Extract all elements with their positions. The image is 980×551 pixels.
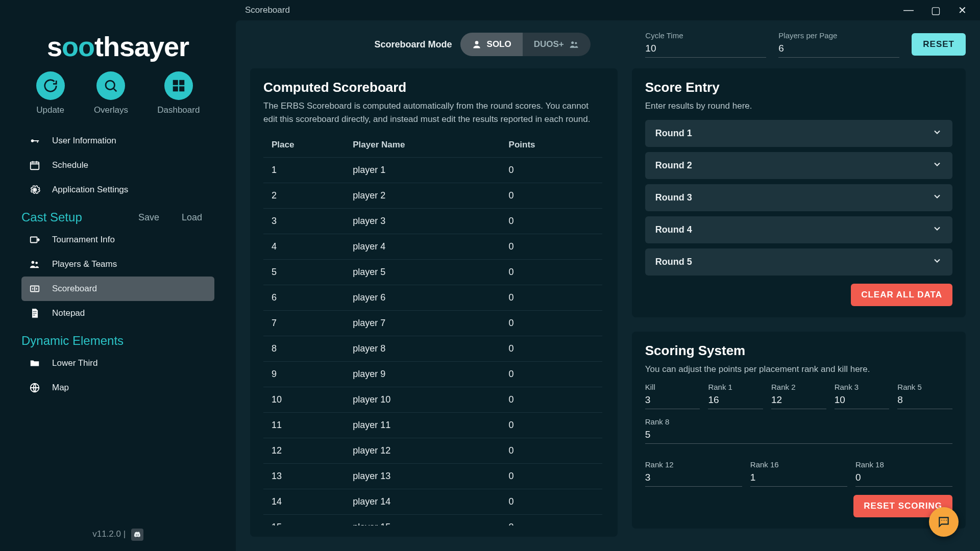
scoring-input[interactable] xyxy=(708,392,763,409)
svg-point-12 xyxy=(35,262,38,264)
computed-scoreboard-desc: The ERBS Scoreboard is computed automati… xyxy=(263,99,604,126)
scoring-field: Rank 5 xyxy=(897,383,952,409)
overlays-button[interactable]: Overlays xyxy=(94,71,128,115)
col-player-name: Player Name xyxy=(345,133,500,158)
computed-scoreboard-title: Computed Scoreboard xyxy=(263,80,604,95)
scoring-field: Rank 12 xyxy=(645,460,742,487)
feedback-fab[interactable] xyxy=(929,507,959,537)
svg-point-9 xyxy=(33,188,36,191)
gear-icon xyxy=(29,184,41,196)
score-entry-desc: Enter results by round here. xyxy=(645,99,952,113)
scoring-system-desc: You can adjust the points per placement … xyxy=(645,363,952,376)
round-accordion[interactable]: Round 4 xyxy=(645,216,952,243)
round-accordion[interactable]: Round 3 xyxy=(645,184,952,211)
load-button[interactable]: Load xyxy=(182,212,214,223)
info-out-icon xyxy=(29,234,41,246)
scoring-field: Rank 18 xyxy=(855,460,952,487)
document-icon xyxy=(29,307,41,319)
round-accordion[interactable]: Round 5 xyxy=(645,248,952,276)
sidebar-item-schedule[interactable]: Schedule xyxy=(21,153,214,178)
table-row: 7player 70 xyxy=(263,311,602,336)
scoring-field: Rank 1 xyxy=(708,383,763,409)
svg-point-11 xyxy=(32,261,35,264)
app-logo: soothsayer xyxy=(21,31,214,62)
svg-rect-1 xyxy=(173,80,178,85)
svg-rect-6 xyxy=(33,140,39,141)
dynamic-elements-title: Dynamic Elements xyxy=(21,334,124,348)
scoring-field: Rank 3 xyxy=(835,383,890,409)
refresh-icon xyxy=(36,71,65,100)
clear-all-data-button[interactable]: CLEAR ALL DATA xyxy=(851,284,952,306)
mode-duos[interactable]: DUOS+ xyxy=(523,33,591,56)
svg-rect-4 xyxy=(179,86,184,91)
table-row: 9player 90 xyxy=(263,362,602,387)
sidebar-item-notepad[interactable]: Notepad xyxy=(21,301,214,325)
mode-solo[interactable]: SOLO xyxy=(460,33,523,56)
cycle-time-input[interactable] xyxy=(645,41,766,58)
window-minimize-icon[interactable]: — xyxy=(899,2,918,18)
dashboard-button[interactable]: Dashboard xyxy=(157,71,200,115)
table-row: 11player 110 xyxy=(263,413,602,438)
round-accordion[interactable]: Round 2 xyxy=(645,152,952,179)
window-close-icon[interactable]: ✕ xyxy=(954,2,971,18)
svg-rect-7 xyxy=(37,140,38,143)
discord-icon[interactable] xyxy=(131,529,143,541)
chevron-down-icon xyxy=(932,191,942,204)
chevron-down-icon xyxy=(932,256,942,268)
sidebar-item-map[interactable]: Map xyxy=(21,375,214,400)
sidebar-item-scoreboard[interactable]: Scoreboard xyxy=(21,277,214,301)
sidebar-item-application-settings[interactable]: Application Settings xyxy=(21,178,214,202)
users-icon xyxy=(29,258,41,270)
score-entry-title: Score Entry xyxy=(645,80,952,95)
sidebar-item-players-teams[interactable]: Players & Teams xyxy=(21,252,214,277)
scoring-input[interactable] xyxy=(750,470,847,487)
players-per-page-input[interactable] xyxy=(778,41,899,58)
sidebar-item-tournament-info[interactable]: Tournament Info xyxy=(21,228,214,252)
table-row: 3player 30 xyxy=(263,209,602,234)
globe-icon xyxy=(29,382,41,394)
scoring-input[interactable] xyxy=(835,392,890,409)
table-row: 10player 100 xyxy=(263,387,602,413)
reset-button[interactable]: RESET xyxy=(912,33,966,56)
save-button[interactable]: Save xyxy=(138,212,172,223)
scoring-input[interactable] xyxy=(645,392,700,409)
chat-icon xyxy=(937,515,950,529)
round-accordion[interactable]: Round 1 xyxy=(645,120,952,147)
scoring-input[interactable] xyxy=(897,392,952,409)
scoreboard-table-scroll[interactable]: Place Player Name Points 1player 102play… xyxy=(263,133,604,525)
chevron-down-icon xyxy=(932,223,942,236)
svg-point-15 xyxy=(475,41,478,44)
search-icon xyxy=(96,71,125,100)
table-row: 4player 40 xyxy=(263,234,602,260)
scoreboard-mode-label: Scoreboard Mode xyxy=(375,39,452,50)
scoreboard-icon xyxy=(29,283,41,295)
scoring-input[interactable] xyxy=(855,470,952,487)
grid-icon xyxy=(164,71,193,100)
scoring-input[interactable] xyxy=(771,392,826,409)
chevron-down-icon xyxy=(932,159,942,172)
table-row: 2player 20 xyxy=(263,183,602,209)
svg-rect-2 xyxy=(179,80,184,85)
cast-setup-title: Cast Setup xyxy=(21,210,82,224)
table-row: 14player 140 xyxy=(263,489,602,515)
scoring-input[interactable] xyxy=(645,470,742,487)
version-text: v11.2.0 | xyxy=(92,529,126,539)
col-place: Place xyxy=(263,133,345,158)
sidebar-item-lower-third[interactable]: Lower Third xyxy=(21,351,214,375)
svg-rect-3 xyxy=(173,86,178,91)
cycle-time-label: Cycle Time xyxy=(645,31,766,40)
window-maximize-icon[interactable]: ▢ xyxy=(927,2,945,18)
table-row: 5player 50 xyxy=(263,260,602,285)
scoring-field: Kill xyxy=(645,383,700,409)
scoring-field: Rank 2 xyxy=(771,383,826,409)
scoring-field: Rank 8 xyxy=(645,417,952,444)
update-button[interactable]: Update xyxy=(36,71,65,115)
scoring-input[interactable] xyxy=(645,427,952,444)
svg-rect-8 xyxy=(31,162,39,170)
table-row: 15player 150 xyxy=(263,515,602,526)
sidebar-item-user-information[interactable]: User Information xyxy=(21,129,214,153)
players-per-page-label: Players per Page xyxy=(778,31,899,40)
col-points: Points xyxy=(501,133,602,158)
scoring-field: Rank 16 xyxy=(750,460,847,487)
table-row: 1player 10 xyxy=(263,158,602,183)
